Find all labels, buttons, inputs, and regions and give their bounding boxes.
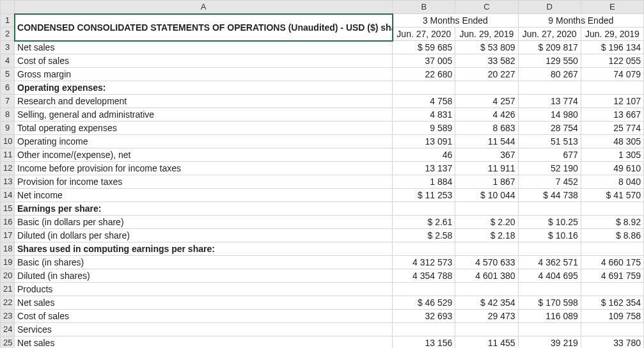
cell-C19[interactable]: 4 570 633 <box>455 256 518 269</box>
cell-A20[interactable]: Diluted (in shares) <box>15 269 393 283</box>
cell-D19[interactable]: 4 362 571 <box>518 256 581 269</box>
cell-E6[interactable] <box>581 81 643 95</box>
cell-B25[interactable]: 13 156 <box>393 336 455 349</box>
cell-D23[interactable]: 116 089 <box>518 310 581 323</box>
cell-B2[interactable]: Jun. 27, 2020 <box>393 28 455 41</box>
cell-A4[interactable]: Cost of sales <box>15 54 393 68</box>
cell-C25[interactable]: 11 455 <box>455 336 518 349</box>
cell-B7[interactable]: 4 758 <box>393 95 455 108</box>
cell-E15[interactable] <box>581 202 643 216</box>
cell-D11[interactable]: 677 <box>518 148 581 162</box>
cell-A8[interactable]: Selling, general and administrative <box>15 108 393 122</box>
cell-D17[interactable]: $ 10.16 <box>518 229 581 242</box>
cell-D13[interactable]: 7 452 <box>518 175 581 189</box>
cell-D10[interactable]: 51 513 <box>518 135 581 148</box>
cell-E14[interactable]: $ 41 570 <box>581 189 643 202</box>
cell-E18[interactable] <box>581 242 643 256</box>
cell-A25[interactable]: Net sales <box>15 336 393 349</box>
row-header-5[interactable]: 5 <box>1 68 15 81</box>
cell-E16[interactable]: $ 8.92 <box>581 216 643 229</box>
cell-C23[interactable]: 29 473 <box>455 310 518 323</box>
cell-E17[interactable]: $ 8.86 <box>581 229 643 242</box>
cell-C24[interactable] <box>455 323 518 336</box>
cell-A22[interactable]: Net sales <box>15 296 393 310</box>
cell-B12[interactable]: 13 137 <box>393 162 455 175</box>
row-header-24[interactable]: 24 <box>1 323 15 336</box>
cell-D25[interactable]: 39 219 <box>518 336 581 349</box>
cell-C12[interactable]: 11 911 <box>455 162 518 175</box>
spreadsheet-grid[interactable]: A B C D E 1CONDENSED CONSOLIDATED STATEM… <box>0 0 644 348</box>
cell-D14[interactable]: $ 44 738 <box>518 189 581 202</box>
cell-E9[interactable]: 25 774 <box>581 122 643 135</box>
row-header-9[interactable]: 9 <box>1 122 15 135</box>
cell-D2[interactable]: Jun. 27, 2020 <box>518 28 581 41</box>
row-header-25[interactable]: 25 <box>1 336 15 349</box>
cell-C4[interactable]: 33 582 <box>455 54 518 68</box>
row-header-19[interactable]: 19 <box>1 256 15 269</box>
row-header-7[interactable]: 7 <box>1 95 15 108</box>
cell-B8[interactable]: 4 831 <box>393 108 455 122</box>
cell-C5[interactable]: 20 227 <box>455 68 518 81</box>
row-header-8[interactable]: 8 <box>1 108 15 122</box>
row-header-13[interactable]: 13 <box>1 175 15 189</box>
cell-C13[interactable]: 1 867 <box>455 175 518 189</box>
cell-D21[interactable] <box>518 283 581 296</box>
cell-C22[interactable]: $ 42 354 <box>455 296 518 310</box>
col-header-C[interactable]: C <box>455 1 518 14</box>
cell-B14[interactable]: $ 11 253 <box>393 189 455 202</box>
cell-D20[interactable]: 4 404 695 <box>518 269 581 283</box>
cell-B5[interactable]: 22 680 <box>393 68 455 81</box>
cell-B6[interactable] <box>393 81 455 95</box>
cell-B20[interactable]: 4 354 788 <box>393 269 455 283</box>
row-header-2[interactable]: 2 <box>1 28 15 41</box>
cell-C21[interactable] <box>455 283 518 296</box>
cell-B9[interactable]: 9 589 <box>393 122 455 135</box>
cell-E21[interactable] <box>581 283 643 296</box>
row-header-15[interactable]: 15 <box>1 202 15 216</box>
cell-C7[interactable]: 4 257 <box>455 95 518 108</box>
row-header-1[interactable]: 1 <box>1 14 15 28</box>
cell-A15[interactable]: Earnings per share: <box>15 202 393 216</box>
cell-A19[interactable]: Basic (in shares) <box>15 256 393 269</box>
cell-B18[interactable] <box>393 242 455 256</box>
cell-B19[interactable]: 4 312 573 <box>393 256 455 269</box>
cell-E4[interactable]: 122 055 <box>581 54 643 68</box>
cell-A6[interactable]: Operating expenses: <box>15 81 393 95</box>
row-header-11[interactable]: 11 <box>1 148 15 162</box>
cell-A11[interactable]: Other income/(expense), net <box>15 148 393 162</box>
cell-E7[interactable]: 12 107 <box>581 95 643 108</box>
cell-B22[interactable]: $ 46 529 <box>393 296 455 310</box>
cell-B1[interactable]: 3 Months Ended <box>393 14 518 28</box>
row-header-23[interactable]: 23 <box>1 310 15 323</box>
cell-E8[interactable]: 13 667 <box>581 108 643 122</box>
select-all-corner[interactable] <box>1 1 15 14</box>
cell-B15[interactable] <box>393 202 455 216</box>
cell-B21[interactable] <box>393 283 455 296</box>
row-header-20[interactable]: 20 <box>1 269 15 283</box>
cell-A7[interactable]: Research and development <box>15 95 393 108</box>
cell-D4[interactable]: 129 550 <box>518 54 581 68</box>
cell-A13[interactable]: Provision for income taxes <box>15 175 393 189</box>
cell-A9[interactable]: Total operating expenses <box>15 122 393 135</box>
cell-E12[interactable]: 49 610 <box>581 162 643 175</box>
cell-C14[interactable]: $ 10 044 <box>455 189 518 202</box>
cell-C2[interactable]: Jun. 29, 2019 <box>455 28 518 41</box>
col-header-B[interactable]: B <box>393 1 455 14</box>
row-header-18[interactable]: 18 <box>1 242 15 256</box>
row-header-17[interactable]: 17 <box>1 229 15 242</box>
cell-A10[interactable]: Operating income <box>15 135 393 148</box>
cell-E11[interactable]: 1 305 <box>581 148 643 162</box>
cell-B4[interactable]: 37 005 <box>393 54 455 68</box>
cell-E23[interactable]: 109 758 <box>581 310 643 323</box>
cell-C15[interactable] <box>455 202 518 216</box>
cell-A16[interactable]: Basic (in dollars per share) <box>15 216 393 229</box>
cell-B13[interactable]: 1 884 <box>393 175 455 189</box>
cell-D7[interactable]: 13 774 <box>518 95 581 108</box>
cell-B17[interactable]: $ 2.58 <box>393 229 455 242</box>
cell-D24[interactable] <box>518 323 581 336</box>
col-header-D[interactable]: D <box>518 1 581 14</box>
row-header-12[interactable]: 12 <box>1 162 15 175</box>
cell-A3[interactable]: Net sales <box>15 41 393 54</box>
cell-B16[interactable]: $ 2.61 <box>393 216 455 229</box>
cell-E20[interactable]: 4 691 759 <box>581 269 643 283</box>
